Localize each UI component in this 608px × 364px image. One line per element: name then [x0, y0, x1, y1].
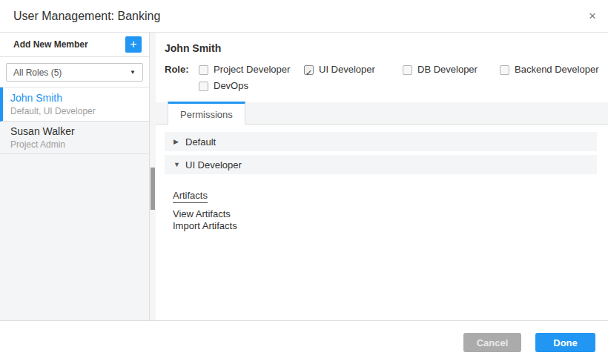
- roles-filter-value: All Roles (5): [13, 67, 62, 78]
- sidebar-scrollbar-track[interactable]: [150, 33, 156, 320]
- accordion-label: UI Developer: [185, 159, 242, 171]
- chevron-down-icon: ▼: [130, 69, 136, 76]
- sidebar-scrollbar-thumb[interactable]: [151, 168, 155, 210]
- role-option-ui-developer[interactable]: UI Developer: [304, 62, 403, 78]
- member-sidebar: Add New Member + All Roles (5) ▼ John Sm…: [0, 33, 150, 320]
- expand-arrow-icon: ▶: [174, 138, 185, 145]
- role-option-backend-developer[interactable]: Backend Developer: [500, 62, 598, 78]
- plus-icon: +: [130, 37, 136, 52]
- role-options-row-2: DevOps: [199, 78, 608, 94]
- dialog-body: Add New Member + All Roles (5) ▼ John Sm…: [0, 33, 608, 320]
- dialog-header: User Management: Banking ×: [0, 0, 608, 33]
- permission-item-import-artifacts: Import Artifacts: [173, 220, 597, 232]
- checkbox-icon[interactable]: [403, 65, 412, 75]
- member-roles: Project Admin: [10, 139, 139, 150]
- role-option-project-developer[interactable]: Project Developer: [199, 62, 304, 78]
- tab-bar: Permissions: [156, 102, 608, 125]
- checkbox-icon[interactable]: [199, 65, 208, 75]
- member-detail-panel: John Smith Role: Project Developer UI De…: [156, 33, 608, 320]
- role-option-label: DB Developer: [417, 62, 478, 78]
- done-button[interactable]: Done: [535, 333, 595, 352]
- checkbox-icon[interactable]: [500, 65, 509, 75]
- role-option-label: Backend Developer: [515, 62, 598, 78]
- accordion-ui-developer[interactable]: ▼ UI Developer: [165, 155, 597, 174]
- role-option-label: UI Developer: [319, 62, 375, 78]
- member-roles: Default, UI Developer: [10, 106, 139, 116]
- roles-filter-row: All Roles (5) ▼: [0, 57, 149, 87]
- role-checkbox-group: Role: Project Developer UI Developer: [165, 62, 608, 94]
- add-member-button[interactable]: +: [125, 36, 142, 53]
- member-list: John Smith Default, UI Developer Susan W…: [0, 87, 149, 320]
- selected-member-heading: John Smith: [165, 42, 608, 54]
- user-management-dialog: User Management: Banking × Add New Membe…: [0, 0, 608, 364]
- member-row-susan-walker[interactable]: Susan Walker Project Admin: [0, 122, 149, 154]
- permissions-content: ▶ Default ▼ UI Developer Artifacts View …: [156, 125, 608, 320]
- roles-filter-select[interactable]: All Roles (5) ▼: [6, 63, 143, 82]
- checkbox-checked-icon[interactable]: [304, 65, 314, 75]
- role-option-db-developer[interactable]: DB Developer: [403, 62, 500, 78]
- member-row-john-smith[interactable]: John Smith Default, UI Developer: [0, 87, 149, 122]
- close-icon[interactable]: ×: [589, 10, 596, 22]
- dialog-footer: Cancel Done: [0, 320, 608, 364]
- checkbox-icon[interactable]: [199, 82, 208, 91]
- role-option-label: Project Developer: [214, 62, 290, 78]
- permission-item-view-artifacts: View Artifacts: [173, 208, 597, 220]
- dialog-title: User Management: Banking: [13, 10, 160, 23]
- role-label-spacer: [165, 78, 199, 94]
- role-option-devops[interactable]: DevOps: [199, 78, 304, 94]
- role-option-label: DevOps: [214, 78, 248, 94]
- collapse-arrow-icon: ▼: [174, 161, 185, 168]
- add-new-member-row: Add New Member +: [0, 33, 149, 57]
- member-name: John Smith: [10, 92, 139, 104]
- role-options-row-1: Project Developer UI Developer DB Develo…: [199, 62, 608, 78]
- permission-section-title: Artifacts: [173, 190, 208, 203]
- tab-label: Permissions: [180, 109, 233, 120]
- tab-permissions[interactable]: Permissions: [168, 102, 245, 125]
- accordion-label: Default: [185, 136, 216, 148]
- ui-developer-permissions: Artifacts View Artifacts Import Artifact…: [165, 178, 597, 232]
- accordion-default[interactable]: ▶ Default: [165, 132, 597, 151]
- member-name: Susan Walker: [10, 125, 139, 137]
- cancel-button[interactable]: Cancel: [463, 333, 521, 352]
- add-new-member-label: Add New Member: [13, 39, 88, 50]
- role-label: Role:: [165, 62, 199, 78]
